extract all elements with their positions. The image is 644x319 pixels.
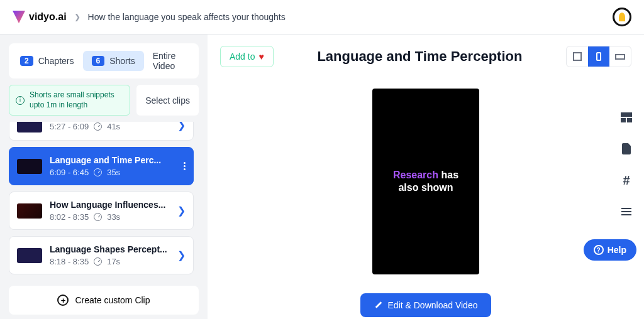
logo-icon bbox=[13, 11, 25, 23]
clip-title: Language and Time Perc... bbox=[50, 155, 176, 165]
help-button[interactable]: ? Help bbox=[584, 239, 636, 261]
aspect-ratio-toggle bbox=[566, 46, 631, 67]
select-clips-button[interactable]: Select clips bbox=[136, 85, 199, 116]
sidebar: 2 Chapters 6 Shorts Entire Video i Short… bbox=[0, 35, 208, 319]
clock-icon bbox=[94, 257, 102, 266]
chevron-right-icon: ❯ bbox=[177, 122, 186, 131]
tab-entire-video[interactable]: Entire Video bbox=[144, 46, 196, 76]
add-to-button[interactable]: Add to ♥ bbox=[220, 46, 274, 67]
clip-thumbnail bbox=[17, 122, 42, 132]
aspect-horizontal[interactable] bbox=[609, 46, 631, 67]
content-area: Add to ♥ Language and Time Perception Re… bbox=[208, 35, 644, 319]
edit-download-button[interactable]: Edit & Download Video bbox=[360, 293, 492, 317]
video-preview[interactable]: Research has also shown bbox=[372, 89, 479, 274]
chevron-right-icon: ❯ bbox=[74, 13, 80, 21]
menu-icon[interactable] bbox=[619, 204, 634, 219]
sidebar-tabs: 2 Chapters 6 Shorts Entire Video bbox=[9, 43, 199, 78]
caption-text: Research has also shown bbox=[385, 169, 467, 194]
clip-thumbnail bbox=[17, 159, 42, 174]
tab-chapters[interactable]: 2 Chapters bbox=[11, 51, 83, 71]
shorts-badge: 6 bbox=[92, 56, 105, 66]
aspect-square[interactable] bbox=[567, 46, 588, 67]
brand-logo[interactable]: vidyo.ai bbox=[13, 11, 67, 23]
clock-icon bbox=[94, 213, 102, 221]
page-title: Language and Time Perception bbox=[284, 48, 556, 65]
clip-title: Language Shapes Percept... bbox=[50, 244, 170, 254]
chevron-right-icon: ❯ bbox=[177, 205, 186, 217]
clip-title: How Language Influences... bbox=[50, 200, 170, 210]
clip-item[interactable]: 5:27 - 6:09 41s ❯ bbox=[9, 122, 194, 141]
clips-list: 5:27 - 6:09 41s ❯ Language and Time Perc… bbox=[9, 122, 199, 279]
create-custom-clip-button[interactable]: + Create custom Clip bbox=[9, 286, 199, 315]
info-icon: i bbox=[16, 96, 25, 105]
clip-item[interactable]: How Language Influences... 8:02 - 8:35 3… bbox=[9, 192, 194, 230]
clock-icon bbox=[94, 122, 102, 131]
header-bar: vidyo.ai ❯ How the language you speak af… bbox=[0, 0, 644, 35]
hashtag-icon[interactable]: # bbox=[619, 173, 634, 188]
aspect-vertical[interactable] bbox=[588, 46, 609, 67]
clip-item[interactable]: Language Shapes Percept... 8:18 - 8:35 1… bbox=[9, 236, 194, 274]
plus-icon: + bbox=[57, 295, 69, 306]
question-icon: ? bbox=[594, 245, 604, 255]
clip-thumbnail bbox=[17, 248, 42, 263]
user-avatar[interactable] bbox=[613, 8, 631, 26]
layout-icon[interactable] bbox=[619, 110, 634, 125]
breadcrumb-title: How the language you speak affects your … bbox=[88, 12, 286, 22]
clip-item-selected[interactable]: Language and Time Perc... 6:09 - 6:45 35… bbox=[9, 147, 194, 185]
brand-name: vidyo.ai bbox=[29, 11, 67, 23]
document-icon[interactable] bbox=[619, 141, 634, 156]
clock-icon bbox=[94, 168, 102, 176]
info-banner: i Shorts are small snippets upto 1m in l… bbox=[9, 85, 130, 116]
chapters-badge: 2 bbox=[20, 56, 33, 66]
right-toolbar: # bbox=[619, 110, 634, 219]
heart-icon: ♥ bbox=[258, 51, 264, 62]
tab-shorts[interactable]: 6 Shorts bbox=[83, 51, 144, 71]
more-icon[interactable] bbox=[184, 162, 186, 170]
chevron-right-icon: ❯ bbox=[177, 249, 186, 261]
clip-thumbnail bbox=[17, 203, 42, 219]
pencil-icon bbox=[374, 301, 383, 310]
